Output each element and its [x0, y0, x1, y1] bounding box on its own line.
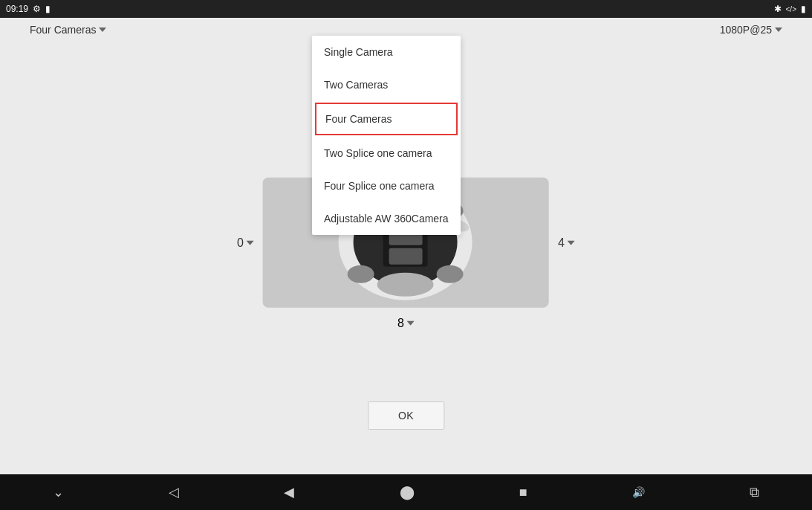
nav-chevron-down-button[interactable]: ⌄	[41, 478, 76, 506]
left-camera-value: 0	[237, 236, 244, 249]
dropdown-item-single-camera[interactable]: Single Camera	[312, 36, 461, 68]
camera-mode-chevron	[99, 28, 106, 32]
battery-icon: ▮	[45, 4, 51, 14]
status-bar: 09:19 ⚙ ▮ ✱ </> ▮	[0, 0, 812, 18]
nav-bar: ⌄ ◁ ◀ ⬤ ■ 🔊 ⧉	[0, 474, 812, 510]
bluetooth-icon: ✱	[774, 4, 782, 14]
right-camera-chevron	[568, 240, 575, 245]
svg-point-12	[348, 265, 374, 283]
resolution-label: 1080P@25	[720, 24, 772, 36]
left-camera-chevron	[247, 240, 254, 245]
camera-mode-label: Four Cameras	[30, 24, 96, 36]
bottom-camera-chevron	[407, 321, 415, 326]
dropdown-item-adjustable-aw[interactable]: Adjustable AW 360Camera	[312, 202, 461, 235]
dropdown-menu: Single Camera Two Cameras Four Cameras T…	[312, 36, 461, 235]
dropdown-item-two-splice[interactable]: Two Splice one camera	[312, 137, 461, 170]
nav-back-button[interactable]: ◀	[272, 478, 306, 506]
nav-home-button[interactable]: ⬤	[388, 478, 426, 506]
top-controls: Four Cameras 1080P@25	[0, 24, 812, 36]
dropdown-item-two-cameras[interactable]: Two Cameras	[312, 68, 461, 101]
settings-icon: ⚙	[33, 4, 41, 14]
nav-volume-down-button[interactable]: ◁	[157, 478, 191, 506]
status-left: 09:19 ⚙ ▮	[6, 4, 51, 14]
dropdown-item-four-cameras[interactable]: Four Cameras	[315, 103, 458, 135]
bottom-camera-value: 8	[397, 317, 404, 330]
left-camera-control[interactable]: 0	[237, 236, 254, 249]
resolution-dropdown[interactable]: 1080P@25	[720, 24, 782, 36]
right-camera-value: 4	[558, 236, 565, 249]
main-content: Four Cameras 1080P@25 Single Camera Two …	[0, 18, 812, 474]
svg-point-7	[377, 273, 434, 297]
battery-full-icon: ▮	[801, 4, 806, 14]
time-display: 09:19	[6, 4, 28, 14]
right-camera-control[interactable]: 4	[558, 236, 575, 249]
svg-point-13	[437, 265, 464, 283]
nav-recents-button[interactable]: ■	[507, 479, 539, 506]
dropdown-item-four-splice[interactable]: Four Splice one camera	[312, 170, 461, 202]
bottom-camera-control[interactable]: 8	[397, 317, 415, 330]
resolution-chevron	[775, 28, 782, 32]
ok-button[interactable]: OK	[368, 401, 444, 430]
svg-rect-5	[389, 248, 423, 265]
code-icon: </>	[786, 5, 796, 13]
status-right: ✱ </> ▮	[774, 4, 806, 14]
camera-mode-dropdown[interactable]: Four Cameras	[30, 24, 106, 36]
nav-volume-up-button[interactable]: 🔊	[620, 480, 657, 504]
nav-multiwindow-button[interactable]: ⧉	[738, 479, 771, 506]
